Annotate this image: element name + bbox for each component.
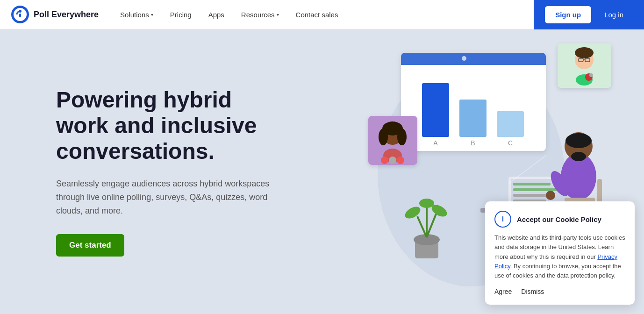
svg-point-2 (19, 10, 21, 13)
logo-icon (11, 6, 29, 23)
nav-solutions[interactable]: Solutions ▾ (114, 7, 160, 22)
cookie-banner: i Accept our Cookie Policy This website … (485, 201, 635, 305)
svg-point-32 (589, 73, 593, 77)
svg-rect-10 (459, 100, 487, 137)
cookie-info-icon: i (494, 211, 511, 228)
navigation: Poll Everywhere Solutions ▾ Pricing Apps… (0, 0, 644, 29)
svg-point-48 (546, 191, 555, 200)
svg-point-18 (379, 128, 388, 145)
nav-apps[interactable]: Apps (202, 7, 231, 22)
svg-point-8 (462, 56, 466, 61)
cookie-dismiss-button[interactable]: Dismiss (521, 288, 544, 295)
cookie-agree-button[interactable]: Agree (494, 288, 512, 295)
svg-rect-37 (513, 183, 551, 186)
svg-point-46 (571, 152, 586, 161)
nav-contact-sales[interactable]: Contact sales (289, 7, 345, 22)
resources-chevron-icon: ▾ (277, 12, 279, 17)
signup-button[interactable]: Sign up (545, 6, 591, 23)
logo-link[interactable]: Poll Everywhere (11, 6, 99, 23)
cookie-header: i Accept our Cookie Policy (494, 211, 625, 228)
solutions-chevron-icon: ▾ (151, 12, 153, 17)
svg-text:A: A (433, 139, 438, 147)
svg-point-19 (397, 128, 407, 145)
svg-text:C: C (508, 139, 513, 147)
brand-name: Poll Everywhere (34, 10, 99, 20)
svg-point-23 (397, 157, 404, 164)
nav-pricing[interactable]: Pricing (164, 7, 198, 22)
nav-links: Solutions ▾ Pricing Apps Resources ▾ Con… (114, 7, 534, 22)
hero-subtitle: Seamlessly engage audiences across hybri… (56, 177, 280, 217)
hero-content: Powering hybrid work and inclusive conve… (56, 87, 280, 257)
cookie-title: Accept our Cookie Policy (517, 215, 601, 223)
svg-rect-9 (422, 83, 449, 137)
svg-point-26 (575, 47, 594, 58)
cookie-actions: Agree Dismiss (494, 288, 625, 295)
svg-rect-7 (401, 59, 546, 65)
get-started-button[interactable]: Get started (56, 234, 124, 257)
svg-rect-11 (497, 111, 524, 137)
nav-resources[interactable]: Resources ▾ (235, 7, 286, 22)
svg-rect-3 (19, 14, 21, 17)
svg-point-22 (389, 157, 396, 164)
hero-title: Powering hybrid work and inclusive conve… (56, 87, 280, 164)
svg-rect-38 (513, 188, 560, 191)
cookie-body: This website and its third-party tools u… (494, 233, 625, 280)
svg-point-45 (565, 133, 592, 148)
nav-auth-area: Sign up Log in (534, 0, 644, 29)
login-button[interactable]: Log in (595, 7, 633, 22)
svg-point-21 (381, 157, 388, 164)
svg-text:B: B (471, 139, 475, 147)
svg-point-61 (419, 199, 434, 208)
